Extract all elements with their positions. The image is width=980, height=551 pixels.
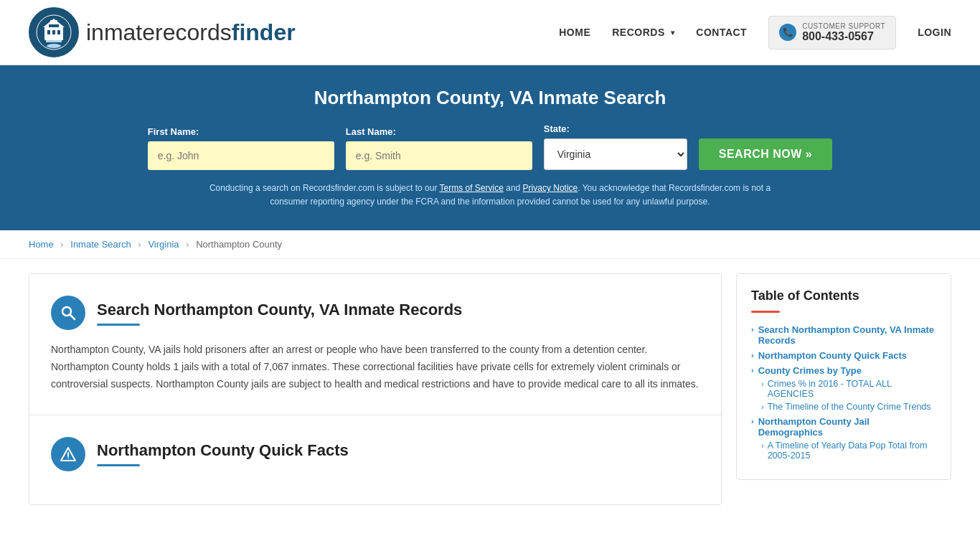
nav-records[interactable]: RECORDS ▾ [612, 27, 674, 38]
inmate-records-section: Search Northampton County, VA Inmate Rec… [29, 274, 721, 415]
section1-title-block: Search Northampton County, VA Inmate Rec… [97, 301, 462, 326]
toc-sub-chevron-3-1: › [761, 380, 764, 388]
breadcrumb-inmate-search[interactable]: Inmate Search [70, 239, 131, 250]
toc-subitem-3-2: › The Timeline of the County Crime Trend… [761, 402, 936, 412]
svg-rect-8 [49, 24, 59, 27]
toc-sub-4: › A Timeline of Yearly Data Pop Total fr… [761, 441, 936, 461]
main-content: Search Northampton County, VA Inmate Rec… [0, 259, 980, 519]
toc-link-1[interactable]: › Search Northampton County, VA Inmate R… [751, 324, 936, 346]
logo-icon [29, 7, 79, 57]
site-header: inmaterecordsfinder HOME RECORDS ▾ CONTA… [0, 0, 980, 65]
toc-list: › Search Northampton County, VA Inmate R… [751, 324, 936, 461]
state-label: State: [544, 123, 687, 134]
toc-title: Table of Contents [751, 288, 936, 303]
toc-link-3[interactable]: › County Crimes by Type [751, 365, 936, 376]
toc-chevron-4: › [751, 417, 754, 425]
toc-underline [751, 311, 780, 313]
section1-underline [97, 324, 140, 326]
toc-sub-chevron-4-1: › [761, 441, 764, 450]
toc-sublink-3-2[interactable]: › The Timeline of the County Crime Trend… [761, 402, 936, 412]
section2-title-block: Northampton County Quick Facts [97, 441, 349, 466]
last-name-input[interactable] [346, 141, 532, 170]
state-select[interactable]: Virginia [544, 138, 687, 170]
svg-line-11 [70, 315, 75, 319]
breadcrumb-sep-3: › [186, 239, 189, 250]
breadcrumb-current: Northampton County [196, 239, 282, 250]
nav-home[interactable]: HOME [559, 27, 590, 38]
content-area: Search Northampton County, VA Inmate Rec… [29, 273, 722, 504]
main-nav: HOME RECORDS ▾ CONTACT 📞 CUSTOMER SUPPOR… [559, 16, 951, 50]
section2-title: Northampton County Quick Facts [97, 441, 349, 460]
last-name-group: Last Name: [346, 126, 532, 170]
toc-subitem-4-1: › A Timeline of Yearly Data Pop Total fr… [761, 441, 936, 461]
toc-chevron-3: › [751, 366, 754, 375]
first-name-label: First Name: [148, 126, 334, 137]
first-name-input[interactable] [148, 141, 334, 170]
toc-item-3: › County Crimes by Type › Crimes % in 20… [751, 365, 936, 412]
last-name-label: Last Name: [346, 126, 532, 137]
sidebar: Table of Contents › Search Northampton C… [736, 273, 951, 480]
toc-item-2: › Northampton County Quick Facts [751, 350, 936, 361]
support-info: CUSTOMER SUPPORT 800-433-0567 [802, 22, 885, 43]
customer-support-box[interactable]: 📞 CUSTOMER SUPPORT 800-433-0567 [768, 16, 896, 50]
logo-text: inmaterecordsfinder [86, 19, 296, 46]
toc-subitem-3-1: › Crimes % in 2016 - TOTAL ALL AGENCIES [761, 379, 936, 399]
disclaimer-text: Conducting a search on Recordsfinder.com… [203, 182, 777, 209]
logo-area: inmaterecordsfinder [29, 7, 296, 57]
section2-header: Northampton County Quick Facts [51, 437, 699, 471]
terms-link[interactable]: Terms of Service [440, 183, 504, 193]
quick-facts-section: Northampton County Quick Facts [29, 415, 721, 504]
svg-rect-5 [52, 30, 55, 34]
breadcrumb-sep-1: › [60, 239, 63, 250]
section2-underline [97, 464, 140, 466]
breadcrumb-virginia[interactable]: Virginia [148, 239, 179, 250]
toc-item-4: › Northampton County Jail Demographics ›… [751, 416, 936, 461]
info-icon [51, 437, 85, 471]
search-icon [51, 296, 85, 330]
svg-point-14 [68, 458, 69, 458]
first-name-group: First Name: [148, 126, 334, 170]
breadcrumb-sep-2: › [138, 239, 141, 250]
toc-link-2[interactable]: › Northampton County Quick Facts [751, 350, 936, 361]
toc-item-1: › Search Northampton County, VA Inmate R… [751, 324, 936, 346]
toc-chevron-1: › [751, 325, 754, 334]
svg-rect-4 [47, 30, 50, 34]
nav-contact[interactable]: CONTACT [696, 27, 747, 38]
toc-sublink-3-1[interactable]: › Crimes % in 2016 - TOTAL ALL AGENCIES [761, 379, 936, 399]
svg-rect-7 [46, 40, 62, 42]
svg-point-9 [47, 44, 61, 48]
breadcrumb-home[interactable]: Home [29, 239, 54, 250]
toc-link-4[interactable]: › Northampton County Jail Demographics [751, 416, 936, 438]
breadcrumb: Home › Inmate Search › Virginia › Northa… [0, 230, 980, 259]
search-now-button[interactable]: SEARCH NOW » [699, 138, 832, 170]
toc-sublink-4-1[interactable]: › A Timeline of Yearly Data Pop Total fr… [761, 441, 936, 461]
svg-rect-6 [57, 30, 60, 34]
search-banner: Northampton County, VA Inmate Search Fir… [0, 65, 980, 230]
toc-sub-chevron-3-2: › [761, 402, 764, 411]
banner-title: Northampton County, VA Inmate Search [29, 87, 951, 109]
records-chevron-icon: ▾ [671, 29, 675, 37]
toc-sub-3: › Crimes % in 2016 - TOTAL ALL AGENCIES … [761, 379, 936, 412]
login-button[interactable]: LOGIN [918, 27, 951, 38]
phone-icon: 📞 [779, 24, 796, 41]
toc-chevron-2: › [751, 351, 754, 359]
search-form: First Name: Last Name: State: Virginia S… [29, 123, 951, 170]
section1-body: Northampton County, VA jails hold prison… [51, 342, 699, 392]
section1-header: Search Northampton County, VA Inmate Rec… [51, 296, 699, 330]
state-group: State: Virginia [544, 123, 687, 170]
privacy-link[interactable]: Privacy Notice [523, 183, 578, 193]
section1-title: Search Northampton County, VA Inmate Rec… [97, 301, 462, 319]
